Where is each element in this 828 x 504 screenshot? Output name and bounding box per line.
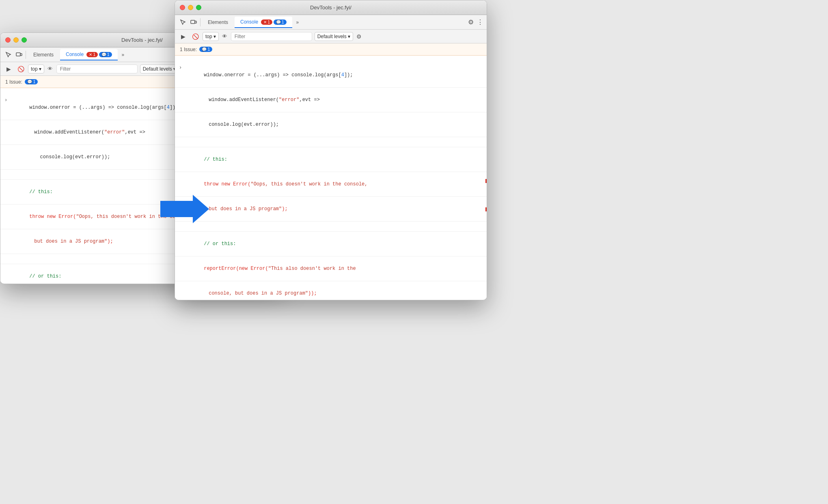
window-title-front: DevTools - jec.fyi/ bbox=[310, 4, 351, 11]
top-selector-front[interactable]: top ▾ bbox=[203, 32, 219, 41]
issues-badge-front: 💬 1 bbox=[199, 47, 212, 52]
top-dropdown-icon-front: ▾ bbox=[213, 34, 216, 39]
error-badge-front: ✕ 1 bbox=[261, 19, 272, 25]
top-label-front: top bbox=[205, 34, 212, 39]
svg-marker-6 bbox=[485, 203, 487, 215]
minimize-button-back[interactable] bbox=[13, 37, 19, 43]
svg-marker-5 bbox=[485, 175, 487, 187]
settings-icon-front[interactable]: ⚙ bbox=[468, 18, 474, 26]
console-toolbar-front: ▶ 🚫 top ▾ 👁 Default levels ▾ ⚙ bbox=[175, 30, 487, 43]
top-selector-back[interactable]: top ▾ bbox=[28, 65, 44, 73]
filter-input-front[interactable] bbox=[231, 32, 312, 41]
play-icon-back[interactable]: ▶ bbox=[4, 64, 13, 74]
window-controls-front bbox=[180, 5, 201, 10]
red-arrow-1 bbox=[485, 175, 487, 189]
svg-rect-4 bbox=[195, 21, 196, 23]
divider-back bbox=[26, 51, 26, 59]
close-button-back[interactable] bbox=[5, 37, 11, 43]
msg-badge-front: 💬 1 bbox=[274, 19, 287, 25]
console-blank-front-2 bbox=[175, 222, 487, 232]
devtools-window-front: DevTools - jec.fyi/ Elements Console ✕ 1… bbox=[175, 0, 487, 300]
console-throw-front-2: but does in a JS program"); bbox=[175, 197, 487, 222]
inspect-icon-front[interactable] bbox=[178, 17, 188, 27]
svg-rect-0 bbox=[16, 53, 20, 56]
maximize-button-front[interactable] bbox=[196, 5, 201, 10]
tab-elements-back[interactable]: Elements bbox=[28, 50, 59, 60]
console-comment-front-1: // this: bbox=[175, 147, 487, 172]
tab-bar-front: Elements Console ✕ 1 💬 1 » ⚙ ⋮ bbox=[175, 15, 487, 30]
play-icon-front[interactable]: ▶ bbox=[178, 32, 188, 41]
console-input-front-3: console.log(evt.error)); bbox=[175, 112, 487, 137]
title-bar-front: DevTools - jec.fyi/ bbox=[175, 0, 487, 15]
console-blank-front-1 bbox=[175, 137, 487, 147]
more-tabs-back[interactable]: » bbox=[119, 50, 128, 59]
console-report-front-2: console, but does in a JS program")); bbox=[175, 281, 487, 298]
red-arrow-2 bbox=[485, 203, 487, 217]
three-dot-icon-front[interactable]: ⋮ bbox=[477, 18, 483, 26]
issues-badge-back: 💬 1 bbox=[25, 79, 38, 84]
minimize-button-front[interactable] bbox=[188, 5, 193, 10]
window-title-back: DevTools - jec.fyi/ bbox=[121, 37, 163, 43]
tab-console-back[interactable]: Console ✕ 1 💬 1 bbox=[60, 49, 118, 60]
svg-marker-2 bbox=[160, 195, 209, 223]
console-input-front-2: window.addEventListener("error",evt => bbox=[175, 88, 487, 112]
device-icon-front[interactable] bbox=[189, 17, 198, 27]
maximize-button-back[interactable] bbox=[22, 37, 27, 43]
levels-label-front: Default levels bbox=[317, 34, 347, 39]
eye-icon-back[interactable]: 👁 bbox=[47, 65, 54, 73]
svg-rect-1 bbox=[20, 54, 22, 56]
levels-label-back: Default levels bbox=[143, 66, 172, 72]
console-comment-front-2: // or this: bbox=[175, 232, 487, 256]
console-content-front[interactable]: › window.onerror = (...args) => console.… bbox=[175, 56, 487, 298]
close-button-front[interactable] bbox=[180, 5, 185, 10]
top-dropdown-icon-back: ▾ bbox=[39, 66, 41, 72]
block-icon-front[interactable]: 🚫 bbox=[190, 32, 200, 41]
more-tabs-front[interactable]: » bbox=[293, 18, 302, 27]
tab-elements-front[interactable]: Elements bbox=[202, 17, 234, 28]
gear-icon-front[interactable]: ⚙ bbox=[356, 33, 363, 40]
eye-icon-front[interactable]: 👁 bbox=[221, 33, 229, 40]
console-report-front-1: reportError(new Error("This also doesn't… bbox=[175, 256, 487, 281]
blue-arrow bbox=[160, 195, 209, 225]
window-controls-back bbox=[5, 37, 27, 43]
tab-console-front[interactable]: Console ✕ 1 💬 1 bbox=[235, 17, 292, 28]
levels-selector-front[interactable]: Default levels ▾ bbox=[315, 32, 353, 41]
top-label-back: top bbox=[31, 66, 38, 72]
block-icon-back[interactable]: 🚫 bbox=[16, 64, 26, 74]
device-icon-back[interactable] bbox=[14, 50, 24, 60]
levels-selector-back[interactable]: Default levels ▾ bbox=[140, 65, 179, 73]
svg-rect-3 bbox=[191, 20, 195, 24]
console-input-front-1: › window.onerror = (...args) => console.… bbox=[175, 56, 487, 88]
inspect-icon-back[interactable] bbox=[4, 50, 13, 60]
levels-dropdown-icon-front: ▾ bbox=[348, 34, 350, 39]
error-badge-back: ✕ 1 bbox=[86, 52, 98, 57]
msg-badge-back: 💬 1 bbox=[99, 52, 112, 57]
divider-front bbox=[200, 18, 201, 26]
issues-bar-front: 1 Issue: 💬 1 bbox=[175, 43, 487, 56]
console-throw-front-1: throw new Error("Oops, this doesn't work… bbox=[175, 172, 487, 197]
filter-input-back[interactable] bbox=[56, 65, 138, 73]
